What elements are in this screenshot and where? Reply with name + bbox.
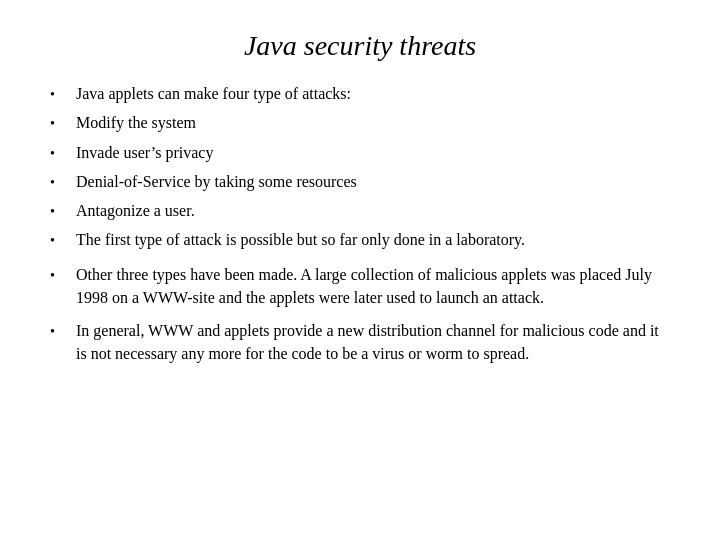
bullet-icon: • — [50, 114, 66, 134]
bullet-icon: • — [50, 173, 66, 193]
bullet-text: Modify the system — [76, 111, 670, 134]
bullet-general-text: In general, WWW and applets provide a ne… — [76, 319, 670, 365]
bullet-icon: • — [50, 202, 66, 222]
list-item: • Modify the system — [50, 109, 670, 136]
bullet-text: Denial-of-Service by taking some resourc… — [76, 170, 670, 193]
bullet-text: Antagonize a user. — [76, 199, 670, 222]
slide-title: Java security threats — [50, 30, 670, 62]
list-item: • Java applets can make four type of att… — [50, 80, 670, 107]
bullet-icon: • — [50, 231, 66, 251]
bullet-text: Invade user’s privacy — [76, 141, 670, 164]
bullet-icon: • — [50, 266, 66, 286]
list-item: • The first type of attack is possible b… — [50, 226, 670, 253]
bullet-text: The first type of attack is possible but… — [76, 228, 670, 251]
bullet-icon: • — [50, 85, 66, 105]
slide-container: Java security threats • Java applets can… — [0, 0, 720, 540]
bullet-list-intro: • Java applets can make four type of att… — [50, 80, 670, 254]
bullet-other-text: Other three types have been made. A larg… — [76, 263, 670, 309]
bullet-text: Java applets can make four type of attac… — [76, 82, 670, 105]
list-item: • Invade user’s privacy — [50, 139, 670, 166]
content-area: • Java applets can make four type of att… — [50, 80, 670, 373]
list-item: • Denial-of-Service by taking some resou… — [50, 168, 670, 195]
list-item: • Antagonize a user. — [50, 197, 670, 224]
bullet-icon: • — [50, 144, 66, 164]
list-item: • Other three types have been made. A la… — [50, 260, 670, 312]
bullet-icon: • — [50, 322, 66, 342]
list-item: • In general, WWW and applets provide a … — [50, 316, 670, 368]
